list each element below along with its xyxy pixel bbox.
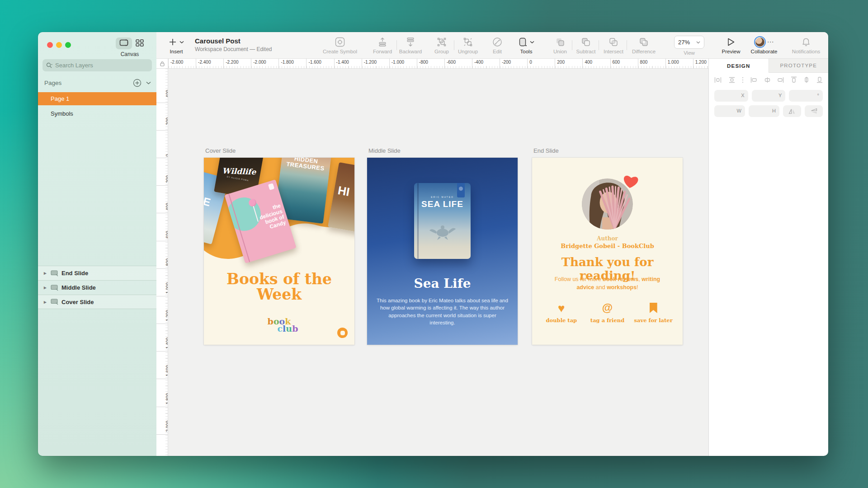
align-vertical-center-icon[interactable] [803, 76, 810, 83]
expand-chevron-icon[interactable]: ▸ [44, 270, 47, 276]
notifications-button[interactable]: Notifications [790, 36, 822, 54]
action-save-for-later: save for later [630, 300, 676, 324]
toolbar-divider [454, 40, 454, 50]
h-ruler-label: -2.600 [168, 59, 196, 68]
bell-icon [802, 38, 810, 47]
x-field-label: X [741, 93, 744, 98]
logo-letter: b [292, 324, 298, 333]
artboard-cover-slide[interactable]: IFE Wildlife BY ALICIA PUMA Hidden Treas… [204, 158, 354, 345]
position-fields-row: X Y ° [714, 90, 823, 102]
h-ruler-label: -1.200 [362, 59, 389, 68]
cover-headline: Books of the Week [204, 272, 354, 303]
layer-row-middle-slide[interactable]: ▸ Middle Slide [38, 280, 156, 295]
canvas-toggle: Canvas [108, 38, 151, 57]
layer-row-end-slide[interactable]: ▸ End Slide [38, 266, 156, 280]
edit-button[interactable]: Edit [485, 36, 510, 54]
union-label: Union [553, 49, 567, 54]
difference-button[interactable]: Difference [629, 36, 658, 54]
layer-row-cover-slide[interactable]: ▸ Cover Slide [38, 295, 156, 309]
forward-button[interactable]: Forward [370, 36, 395, 54]
add-page-button[interactable] [133, 79, 142, 87]
align-horizontal-center-icon[interactable] [764, 77, 771, 83]
artboard-title-cover[interactable]: Cover Slide [205, 147, 236, 154]
tab-design[interactable]: DESIGN [709, 59, 769, 73]
tools-button[interactable]: Tools [514, 36, 539, 54]
actions-row: ♥ double tap @ tag a friend save for lat… [538, 300, 676, 324]
logo-letter: u [286, 324, 292, 333]
artboard-end-slide[interactable]: Author Bridgette Gobeil - BookClub Thank… [532, 158, 683, 345]
flip-vertical-icon [811, 108, 817, 114]
align-right-icon[interactable] [777, 77, 784, 83]
align-left-icon[interactable] [750, 77, 757, 83]
chevron-down-icon [530, 41, 534, 44]
flip-vertical-button[interactable] [805, 105, 823, 117]
ungroup-button[interactable]: Ungroup [455, 36, 481, 54]
union-button[interactable]: Union [547, 36, 573, 54]
x-position-field[interactable]: X [714, 90, 748, 102]
h-ruler-label: -200 [500, 59, 527, 68]
layer-label: End Slide [61, 270, 88, 277]
group-button[interactable]: Group [429, 36, 454, 54]
pages-collapse-chevron-icon[interactable] [146, 81, 151, 84]
ungroup-label: Ungroup [458, 49, 478, 54]
sketch-window: Canvas Search Layers Pages Page 1 Symbol… [38, 32, 828, 456]
h-ruler-label: -1.600 [306, 59, 334, 68]
sidebar-item-symbols[interactable]: Symbols [38, 107, 156, 120]
lock-icon[interactable] [160, 61, 165, 66]
insert-label: Insert [170, 49, 183, 54]
tab-prototype[interactable]: PROTOTYPE [769, 59, 829, 73]
grid-view-button[interactable] [136, 39, 144, 48]
page-label: Symbols [51, 110, 73, 117]
canvas-view-button[interactable] [116, 38, 132, 49]
preview-button[interactable]: Preview [718, 36, 744, 54]
h-ruler-label: -2.400 [196, 59, 223, 68]
rotation-field[interactable]: ° [789, 90, 823, 102]
book-title-partial: HI [337, 183, 351, 199]
search-input[interactable]: Search Layers [42, 59, 152, 71]
close-button[interactable] [47, 42, 53, 48]
width-field[interactable]: W [714, 105, 745, 117]
artboard-icon [51, 285, 58, 291]
h-ruler-label: 200 [555, 59, 582, 68]
artboard-title-end[interactable]: End Slide [533, 147, 559, 154]
backward-button[interactable]: Backward [398, 36, 423, 54]
insert-button[interactable]: Insert [164, 36, 189, 54]
subtract-button[interactable]: Subtract [573, 36, 599, 54]
create-symbol-label: Create Symbol [323, 49, 357, 54]
canvas-toggle-label: Canvas [108, 51, 151, 57]
align-top-icon[interactable] [791, 76, 797, 83]
sidebar-item-page-1[interactable]: Page 1 [38, 92, 156, 105]
align-bottom-icon[interactable] [816, 76, 823, 83]
search-icon [46, 62, 52, 68]
h-ruler-label: 800 [638, 59, 665, 68]
sea-life-book-cover: ERIC MATEO SEA LIFE [414, 183, 471, 259]
flip-horizontal-icon [788, 108, 796, 114]
create-symbol-button[interactable]: Create Symbol [321, 36, 359, 54]
view-label: View [674, 50, 704, 56]
zoom-button[interactable] [65, 42, 71, 48]
zoom-level-dropdown[interactable]: 27% [674, 36, 704, 49]
subtract-icon [581, 37, 591, 47]
y-position-field[interactable]: Y [752, 90, 786, 102]
expand-chevron-icon[interactable]: ▸ [44, 285, 47, 291]
artboard-icon [51, 270, 58, 277]
expand-chevron-icon[interactable]: ▸ [44, 299, 47, 305]
intersect-button[interactable]: Intersect [601, 36, 626, 54]
tidy-icon[interactable] [742, 77, 744, 83]
canvas[interactable]: Cover Slide Middle Slide End Slide IFE W… [168, 69, 708, 456]
author-label: Author [532, 235, 683, 242]
action-tag-a-friend: @ tag a friend [585, 300, 631, 324]
canvas-icon [119, 39, 128, 46]
minimize-button[interactable] [56, 42, 62, 48]
distribute-horizontally-icon[interactable] [714, 77, 722, 83]
document-title: Carousel Post [195, 37, 272, 45]
bookclub-logo: book club [204, 318, 354, 332]
collaborate-button[interactable]: ⋯ Collaborate [748, 36, 780, 54]
height-field[interactable]: H [749, 105, 779, 117]
flip-horizontal-button[interactable] [783, 105, 801, 117]
artboard-title-middle[interactable]: Middle Slide [368, 147, 401, 154]
logo-letter: c [278, 324, 283, 333]
distribute-vertically-icon[interactable] [728, 77, 736, 83]
h-ruler-label: -2.000 [251, 59, 278, 68]
artboard-middle-slide[interactable]: ERIC MATEO SEA LIFE [367, 158, 518, 345]
